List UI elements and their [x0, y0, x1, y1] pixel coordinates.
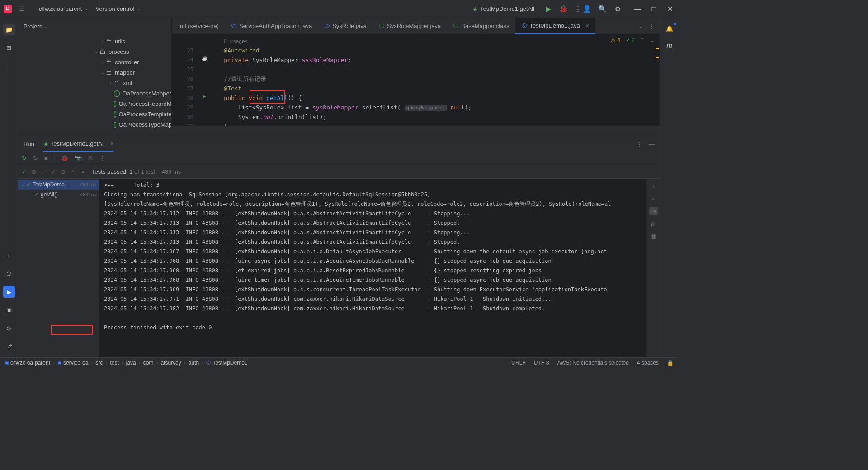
- tree-folder[interactable]: › 🗀 utils: [18, 36, 171, 47]
- run-button[interactable]: ▶: [544, 5, 553, 13]
- error-icon[interactable]: ⊘: [31, 168, 36, 175]
- more-icon[interactable]: ⋮: [637, 141, 642, 147]
- tree-file[interactable]: I OaProcessMapper: [18, 88, 171, 99]
- up-icon[interactable]: ↑: [652, 182, 655, 189]
- tree-folder[interactable]: ⌄ 🗀 process: [18, 47, 171, 57]
- close-icon[interactable]: ✕: [665, 5, 675, 13]
- test-tree-root[interactable]: ⌄ ✓ TestMpDemo1 489 ms: [18, 180, 99, 190]
- camera-icon[interactable]: 📷: [75, 155, 82, 161]
- code-with-me-icon[interactable]: 👤: [582, 5, 591, 13]
- structure-tool-icon[interactable]: ⊞: [3, 42, 15, 53]
- clock-icon[interactable]: ⊙: [61, 168, 66, 175]
- check-icon[interactable]: ✓: [22, 168, 27, 175]
- tree-file[interactable]: I OaProcessRecordMapper: [18, 99, 171, 109]
- settings-icon[interactable]: ⚙: [613, 5, 622, 13]
- vcs-icon[interactable]: ⎇: [3, 340, 15, 352]
- tree-folder[interactable]: › 🗀 xml: [18, 78, 171, 88]
- encoding[interactable]: UTF-8: [534, 360, 549, 366]
- maximize-icon[interactable]: □: [649, 5, 658, 13]
- breadcrumb-item[interactable]: ▣clfwzx-oa-parent: [5, 360, 50, 366]
- close-icon[interactable]: ×: [110, 140, 114, 147]
- export-icon[interactable]: ⇱: [88, 155, 93, 161]
- run-tab[interactable]: ◈ TestMpDemo1.getAll ×: [43, 136, 114, 152]
- sort-icon[interactable]: ↓↑: [41, 168, 47, 175]
- trash-icon[interactable]: 🗑: [651, 233, 656, 240]
- code-area[interactable]: 8 usages @Autowired private SysRoleMappe…: [210, 34, 654, 126]
- text-tool-icon[interactable]: T: [3, 250, 15, 261]
- problems-icon[interactable]: ⊙: [3, 322, 15, 334]
- breadcrumb-item[interactable]: ▣service-oa: [57, 360, 88, 366]
- interface-icon: I: [114, 90, 120, 97]
- expand-icon[interactable]: ⤢: [51, 168, 56, 175]
- editor-scrollbar[interactable]: [654, 34, 660, 126]
- tab-label: TestMpDemo1.java: [529, 22, 580, 29]
- breadcrumb-item[interactable]: test: [110, 360, 118, 366]
- chevron-down-icon[interactable]: ⌄: [44, 24, 48, 29]
- wrap-icon[interactable]: ⇥: [649, 207, 658, 215]
- down-icon[interactable]: ↓: [652, 195, 655, 201]
- nav-up-icon[interactable]: ⌃: [640, 37, 645, 43]
- minimize-icon[interactable]: —: [633, 5, 642, 13]
- stop-icon[interactable]: ■: [44, 155, 48, 161]
- rerun-failed-icon[interactable]: ↻: [33, 155, 38, 161]
- breadcrumb-item[interactable]: atsurvey: [160, 360, 181, 366]
- print-icon[interactable]: 🖶: [651, 221, 656, 228]
- editor-tab[interactable]: ⒸServiceAuthApplication.java: [225, 18, 318, 34]
- java-icon: Ⓒ: [522, 22, 527, 29]
- project-dropdown[interactable]: clfwzx-oa-parent ⌄: [35, 4, 92, 14]
- maven-icon[interactable]: m: [666, 41, 672, 50]
- test-tree: ⌄ ✓ TestMpDemo1 489 ms ✓ getAll() 489 ms: [18, 179, 99, 357]
- tree-file[interactable]: I OaProcessTemplateMapper: [18, 109, 171, 119]
- minimize-icon[interactable]: —: [649, 141, 655, 147]
- notifications-icon[interactable]: 🔔: [664, 23, 675, 34]
- breadcrumb-item[interactable]: src: [95, 360, 103, 366]
- services-icon[interactable]: ⬡: [3, 268, 15, 280]
- ok-badge[interactable]: ✓ 2: [626, 37, 635, 43]
- rerun-icon[interactable]: ↻: [22, 155, 27, 161]
- tree-file[interactable]: I OaProcessTypeMapper: [18, 119, 171, 130]
- run-gutter-icon[interactable]: ▸: [199, 91, 210, 101]
- more-tools-icon[interactable]: ⋯: [3, 60, 15, 71]
- usages-hint[interactable]: 8 usages: [224, 38, 248, 44]
- run-configuration[interactable]: ◈ TestMpDemo1.getAll: [468, 4, 539, 14]
- main-menu-icon[interactable]: ☰: [19, 5, 24, 12]
- bean-icon[interactable]: ☕: [199, 53, 210, 63]
- indent[interactable]: 4 spaces: [637, 360, 659, 366]
- inspection-badges[interactable]: ⚠ 4 ✓ 2 ⌃ ⌄: [611, 37, 655, 43]
- editor-tab[interactable]: ⒸSysRole.java: [318, 18, 373, 34]
- test-tree-item[interactable]: ✓ getAll() 489 ms: [18, 190, 99, 199]
- chevron-down-icon[interactable]: ⌄: [638, 23, 643, 29]
- editor-tab[interactable]: ⒾSysRoleMapper.java: [373, 18, 447, 34]
- interface-icon: I: [114, 122, 116, 128]
- more-icon[interactable]: ⋮: [649, 23, 655, 29]
- editor-tab-active[interactable]: ⒸTestMpDemo1.java×: [515, 18, 595, 34]
- breadcrumb-item[interactable]: java: [126, 360, 136, 366]
- editor-tab[interactable]: ⒾBaseMapper.class: [447, 18, 515, 34]
- breadcrumb-item[interactable]: com: [143, 360, 154, 366]
- warning-badge[interactable]: ⚠ 4: [611, 37, 620, 43]
- line-ending[interactable]: CRLF: [511, 360, 525, 366]
- debug-icon[interactable]: 🐞: [61, 155, 68, 161]
- debug-button[interactable]: 🐞: [559, 5, 568, 13]
- more-icon[interactable]: ⋮: [70, 168, 76, 175]
- search-icon[interactable]: 🔍: [598, 5, 607, 13]
- editor-tab[interactable]: ml (service-oa): [174, 18, 225, 34]
- more-icon[interactable]: ⋮: [99, 155, 105, 161]
- aws-status[interactable]: AWS: No credentials selected: [557, 360, 629, 366]
- console-output[interactable]: <== Total: 3 Closing non transactional S…: [99, 179, 646, 357]
- java-icon: Ⓒ: [325, 23, 330, 29]
- run-tool-icon[interactable]: ▶: [3, 286, 15, 298]
- editor-content[interactable]: ⚠ 4 ✓ 2 ⌃ ⌄ 23 24 25 26 27 28 29 30 31 ☕…: [172, 34, 660, 126]
- run-panel-title: Run: [24, 141, 34, 147]
- more-icon[interactable]: ⋮: [573, 5, 582, 13]
- lock-icon[interactable]: 🔒: [667, 360, 674, 366]
- breadcrumb-item[interactable]: auth: [189, 360, 199, 366]
- vcs-dropdown[interactable]: Version control ⌄: [92, 4, 144, 14]
- breadcrumb-item[interactable]: ⒸTestMpDemo1: [206, 360, 247, 366]
- close-icon[interactable]: ×: [585, 22, 589, 29]
- project-tool-icon[interactable]: 📁: [3, 24, 15, 35]
- terminal-icon[interactable]: ▣: [3, 304, 15, 316]
- vcs-label: Version control: [95, 5, 134, 12]
- tree-folder[interactable]: ⌄ 🗀 mapper: [18, 67, 171, 78]
- tree-folder[interactable]: › 🗀 controller: [18, 57, 171, 67]
